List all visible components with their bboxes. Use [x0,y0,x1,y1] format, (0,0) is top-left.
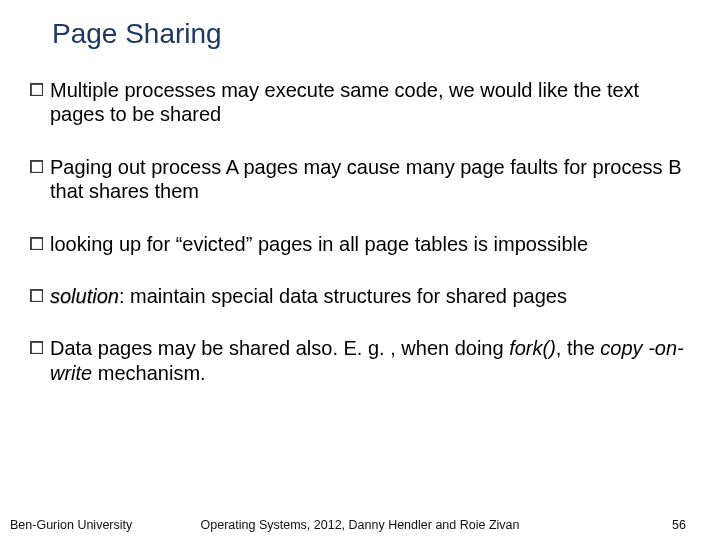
bullet-text: solution: maintain special data structur… [50,284,696,308]
bullet-icon [30,237,43,250]
fork-word: fork() [509,337,556,359]
bullet-icon [30,160,43,173]
bullet-pre: Data pages may be shared also. E. g. , w… [50,337,509,359]
list-item: solution: maintain special data structur… [30,284,696,308]
list-item: Data pages may be shared also. E. g. , w… [30,336,696,385]
bullet-icon [30,341,43,354]
bullet-mid: , the [556,337,600,359]
bullet-post: mechanism. [92,362,205,384]
bullet-rest: : maintain special data structures for s… [119,285,567,307]
slide: Page Sharing Multiple processes may exec… [0,0,720,540]
footer-pagenum: 56 [672,518,686,532]
list-item: Multiple processes may execute same code… [30,78,696,127]
bullet-text: Multiple processes may execute same code… [50,78,696,127]
footer-center: Operating Systems, 2012, Danny Hendler a… [0,518,720,532]
list-item: Paging out process A pages may cause man… [30,155,696,204]
page-title: Page Sharing [52,18,696,50]
bullet-text: Paging out process A pages may cause man… [50,155,696,204]
bullet-text: looking up for “evicted” pages in all pa… [50,232,696,256]
bullet-list: Multiple processes may execute same code… [24,78,696,385]
bullet-text: Data pages may be shared also. E. g. , w… [50,336,696,385]
list-item: looking up for “evicted” pages in all pa… [30,232,696,256]
bullet-icon [30,289,43,302]
bullet-icon [30,83,43,96]
solution-word: solution [50,285,119,307]
